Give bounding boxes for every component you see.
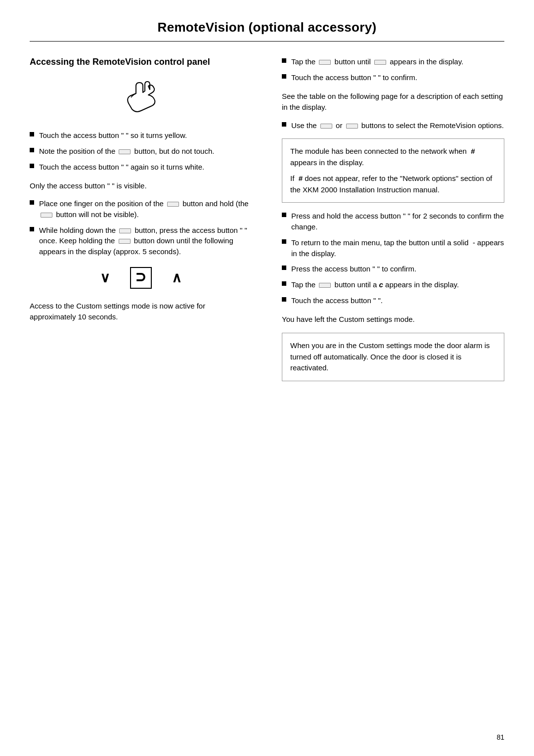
bullet-icon	[30, 164, 34, 168]
button-placeholder	[119, 239, 131, 244]
hand-icon-container	[30, 79, 252, 118]
bullet-text: Touch the access button " " to confirm.	[291, 72, 504, 83]
bullet-icon	[282, 74, 286, 79]
bullet-text: Touch the access button " " again so it …	[39, 162, 252, 173]
section-heading: Accessing the RemoteVision control panel	[30, 56, 252, 68]
bullet-list-right-3: Press and hold the access button " " for…	[282, 211, 504, 306]
list-item: Note the position of the button, but do …	[30, 146, 252, 157]
bullet-icon	[282, 297, 286, 302]
button-placeholder	[119, 228, 131, 233]
button-placeholder	[374, 60, 386, 65]
two-column-layout: Accessing the RemoteVision control panel	[30, 56, 504, 389]
hand-pointing-icon	[121, 79, 161, 118]
bullet-text: Touch the access button " " so it turns …	[39, 130, 252, 141]
button-placeholder	[41, 213, 52, 218]
info-text-custom: When you are in the Custom settings mode…	[290, 340, 496, 374]
list-item: Touch the access button " ".	[282, 295, 504, 306]
bullet-text: Place one finger on the position of the …	[39, 198, 252, 220]
bullet-text: Press the access button " " to confirm.	[291, 264, 504, 274]
page-title: RemoteVision (optional accessory)	[30, 20, 504, 35]
symbol-v: ∨	[100, 269, 110, 286]
bullet-icon	[30, 200, 34, 205]
bullet-text: To return to the main menu, tap the butt…	[291, 237, 504, 259]
bullet-icon	[282, 213, 286, 217]
bullet-icon	[30, 148, 34, 152]
button-placeholder	[119, 149, 131, 154]
list-item: Touch the access button " " again so it …	[30, 162, 252, 173]
symbols-display: ∨ ⊃ ∧	[30, 267, 252, 289]
page-number: 81	[496, 733, 504, 741]
symbol-c-box: ⊃	[130, 267, 152, 289]
bullet-icon	[282, 266, 286, 270]
symbol-caret: ∧	[172, 269, 182, 286]
bullet-list-1: Touch the access button " " so it turns …	[30, 130, 252, 172]
plain-text-left-custom: You have left the Custom settings mode.	[282, 314, 504, 325]
left-column: Accessing the RemoteVision control panel	[30, 56, 257, 330]
bullet-list-right-1: Tap the button until appears in the disp…	[282, 56, 504, 83]
info-box-custom-settings: When you are in the Custom settings mode…	[282, 333, 504, 381]
list-item: Place one finger on the position of the …	[30, 198, 252, 220]
list-item: Press the access button " " to confirm.	[282, 264, 504, 274]
hash-symbol-2: #	[297, 174, 303, 182]
bullet-text: Tap the button until a c appears in the …	[291, 279, 504, 290]
plain-text-see-table: See the table on the following page for …	[282, 91, 504, 113]
list-item: Use the or buttons to select the RemoteV…	[282, 120, 504, 131]
list-item: Tap the button until appears in the disp…	[282, 56, 504, 67]
info-text-1: The module has been connected to the net…	[290, 146, 496, 168]
bullet-text: Press and hold the access button " " for…	[291, 211, 504, 232]
list-item: While holding down the button, press the…	[30, 225, 252, 257]
bullet-icon	[282, 281, 286, 286]
bullet-icon	[282, 122, 286, 127]
list-item: Press and hold the access button " " for…	[282, 211, 504, 232]
list-item: Touch the access button " " so it turns …	[30, 130, 252, 141]
bullet-text: Note the position of the button, but do …	[39, 146, 252, 157]
bullet-text: While holding down the button, press the…	[39, 225, 252, 257]
bullet-text: Use the or buttons to select the RemoteV…	[291, 120, 504, 131]
italic-c-symbol: c	[379, 280, 383, 289]
info-box-network: The module has been connected to the net…	[282, 138, 504, 203]
plain-text-only-access: Only the access button " " is visible.	[30, 180, 252, 192]
plain-text-access-custom: Access to the Custom settings mode is no…	[30, 301, 252, 323]
button-placeholder	[346, 124, 358, 129]
right-column: Tap the button until appears in the disp…	[277, 56, 504, 389]
bullet-icon	[282, 239, 286, 244]
bullet-icon	[282, 58, 286, 63]
button-placeholder	[319, 283, 331, 288]
bullet-icon	[30, 227, 34, 231]
button-placeholder	[320, 124, 332, 129]
page-container: RemoteVision (optional accessory) Access…	[0, 0, 534, 756]
bullet-icon	[30, 132, 34, 136]
list-item: Touch the access button " " to confirm.	[282, 72, 504, 83]
info-text-2: If # does not appear, refer to the "Netw…	[290, 173, 496, 195]
hash-symbol: #	[469, 147, 475, 155]
bullet-text: Touch the access button " ".	[291, 295, 504, 306]
title-divider	[30, 41, 504, 42]
button-placeholder	[319, 60, 331, 65]
bullet-list-2: Place one finger on the position of the …	[30, 198, 252, 257]
bullet-list-right-2: Use the or buttons to select the RemoteV…	[282, 120, 504, 131]
button-placeholder	[167, 202, 179, 207]
list-item: Tap the button until a c appears in the …	[282, 279, 504, 290]
list-item: To return to the main menu, tap the butt…	[282, 237, 504, 259]
bullet-text: Tap the button until appears in the disp…	[291, 56, 504, 67]
